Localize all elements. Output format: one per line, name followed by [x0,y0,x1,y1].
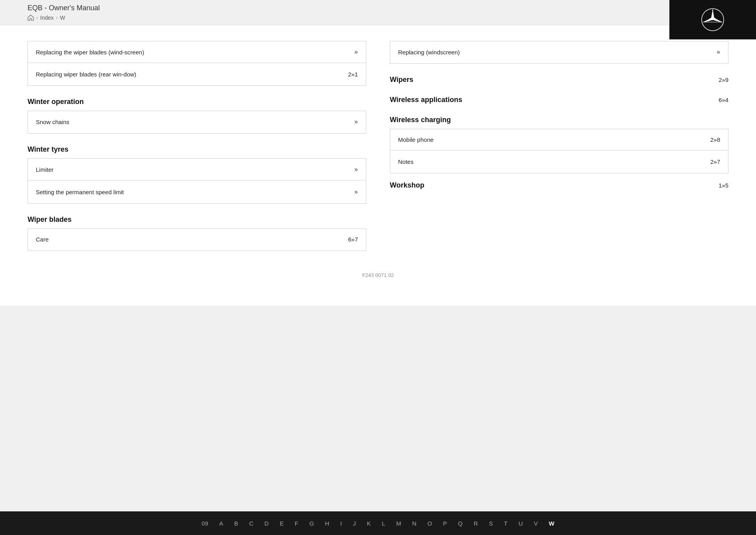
svg-marker-1 [704,9,722,22]
wireless-charging-group: Mobile phone 2»8 Notes 2»7 [390,129,728,173]
nav-letter-f[interactable]: F [289,520,304,527]
snow-chains-page: » [354,118,358,125]
workshop-page: 1»5 [719,182,728,189]
breadcrumb: › Index › W [28,15,100,21]
nav-letter-q[interactable]: Q [452,520,468,527]
breadcrumb-sep-1: › [36,15,38,20]
winter-operation-heading: Winter operation [28,98,366,106]
wiper-blades-heading: Wiper blades [28,215,366,224]
replacing-windscreen-label: Replacing (windscreen) [398,49,460,56]
workshop-row[interactable]: Workshop 1»5 [390,181,728,189]
nav-letter-n[interactable]: N [407,520,422,527]
footer-code: F243 0071 02 [0,268,756,306]
main-content: Replacing the wiper blades (wind-screen)… [0,25,756,268]
notes-label: Notes [398,158,413,165]
workshop-label: Workshop [390,181,424,189]
replacing-windscreen-item[interactable]: Replacing (windscreen) » [390,41,728,63]
nav-letter-c[interactable]: C [244,520,259,527]
wireless-charging-heading: Wireless charging [390,116,728,124]
limiter-item[interactable]: Limiter » [28,159,366,180]
replace-rear-wiper-label: Replacing wiper blades (rear win-dow) [36,71,136,78]
nav-letter-09[interactable]: 09 [196,520,214,527]
winter-tyres-group: Limiter » Setting the permanent speed li… [28,158,366,204]
nav-letter-i[interactable]: I [335,520,347,527]
speed-limit-label: Setting the permanent speed limit [36,189,124,195]
wireless-applications-page: 6»4 [719,97,728,103]
wiper-blades-section: Wiper blades Care 6»7 [28,215,366,251]
home-icon[interactable] [28,15,34,21]
speed-limit-page: » [354,188,358,195]
nav-letter-j[interactable]: J [347,520,361,527]
limiter-label: Limiter [36,166,54,173]
bottom-nav: 09ABCDEFGHIJKLMNOPQRSTUVW [0,511,756,535]
nav-letter-d[interactable]: D [259,520,274,527]
wireless-applications-label: Wireless applications [390,96,462,104]
replace-rear-wiper-item[interactable]: Replacing wiper blades (rear win-dow) 2»… [28,64,366,85]
breadcrumb-current: W [60,15,65,21]
wireless-applications-row[interactable]: Wireless applications 6»4 [390,96,728,104]
snow-chains-item[interactable]: Snow chains » [28,111,366,132]
notes-page: 2»7 [710,158,720,165]
header-logo [669,0,756,39]
header: EQB - Owner's Manual › Index › W [0,0,756,25]
nav-letter-w[interactable]: W [543,520,560,527]
winter-tyres-heading: Winter tyres [28,145,366,154]
wiper-cards-group: Replacing the wiper blades (wind-screen)… [28,41,366,86]
mobile-phone-item[interactable]: Mobile phone 2»8 [390,129,728,150]
speed-limit-item[interactable]: Setting the permanent speed limit » [28,181,366,202]
speed-limit-arrow: » [354,188,358,195]
nav-letter-u[interactable]: U [513,520,528,527]
nav-letter-r[interactable]: R [468,520,484,527]
limiter-arrow: » [354,166,358,173]
wipers-page: 2»9 [719,76,728,83]
wiper-blades-group: Care 6»7 [28,228,366,251]
nav-letter-m[interactable]: M [391,520,407,527]
mobile-phone-label: Mobile phone [398,136,434,143]
replace-windscreen-wiper-label: Replacing the wiper blades (wind-screen) [36,49,144,56]
nav-letter-a[interactable]: A [214,520,229,527]
right-top-group: Replacing (windscreen) » [390,41,728,64]
nav-letter-e[interactable]: E [274,520,289,527]
wipers-label: Wipers [390,76,413,84]
nav-letter-b[interactable]: B [229,520,244,527]
wipers-link-row[interactable]: Wipers 2»9 [390,76,728,84]
breadcrumb-sep-2: › [56,15,57,20]
replacing-windscreen-arrow: » [717,48,720,56]
left-column: Replacing the wiper blades (wind-screen)… [28,41,366,253]
mobile-phone-page: 2»8 [710,136,720,143]
replace-windscreen-wiper-page: » [354,48,358,56]
arrow-icon: » [354,48,358,56]
mercedes-star-icon [701,8,724,32]
nav-letter-l[interactable]: L [376,520,391,527]
replace-windscreen-wiper-item[interactable]: Replacing the wiper blades (wind-screen)… [28,41,366,63]
nav-letter-g[interactable]: G [304,520,320,527]
page-title: EQB - Owner's Manual [28,4,100,12]
nav-letter-p[interactable]: P [437,520,452,527]
breadcrumb-index[interactable]: Index [40,15,54,21]
snow-chains-label: Snow chains [36,119,69,125]
care-item[interactable]: Care 6»7 [28,229,366,250]
notes-item[interactable]: Notes 2»7 [390,151,728,172]
replace-rear-wiper-page: 2»1 [348,71,358,78]
right-top-section: Replacing (windscreen) » [390,41,728,64]
nav-letter-o[interactable]: O [422,520,438,527]
replacing-windscreen-page: » [717,48,720,56]
nav-letter-k[interactable]: K [361,520,376,527]
care-page: 6»7 [348,236,358,243]
care-label: Care [36,236,49,243]
nav-letter-s[interactable]: S [484,520,498,527]
snow-chains-arrow: » [354,118,358,125]
nav-letter-h[interactable]: H [319,520,335,527]
nav-letter-t[interactable]: T [498,520,513,527]
right-column: Replacing (windscreen) » Wipers 2»9 Wire… [390,41,728,253]
winter-operation-group: Snow chains » [28,111,366,134]
nav-letter-v[interactable]: V [528,520,543,527]
wiper-replacement-group: Replacing the wiper blades (wind-screen)… [28,41,366,86]
limiter-page: » [354,166,358,173]
